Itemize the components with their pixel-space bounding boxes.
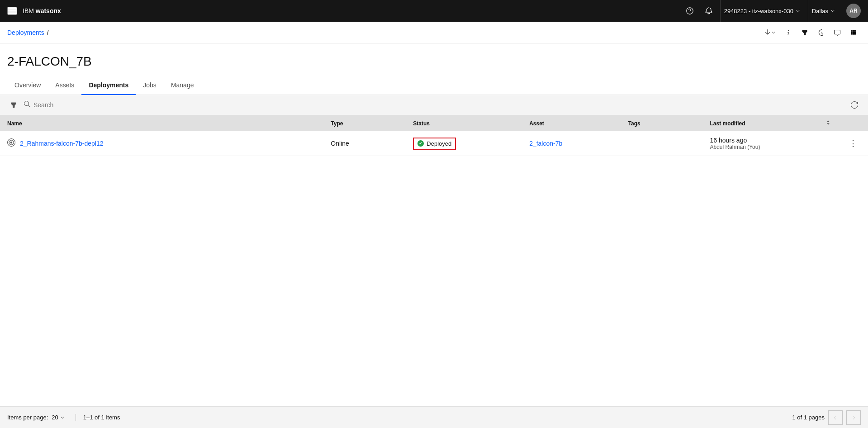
filter-toolbar-button[interactable]: [7, 99, 20, 111]
search-wrap: [24, 100, 844, 109]
col-header-name[interactable]: Name: [0, 115, 323, 131]
col-header-actions: [838, 115, 868, 131]
col-header-asset[interactable]: Asset: [522, 115, 621, 131]
table-header-row: Name Type Status Asset Tags Last modifie…: [0, 115, 868, 131]
pages-label: 1 of 1 pages: [792, 414, 825, 421]
sort-icon: [825, 120, 831, 127]
col-header-sort[interactable]: [818, 115, 838, 131]
deployment-name[interactable]: 2_Rahmans-falcon-7b-depl12: [20, 140, 103, 147]
items-count: 1–1 of 1 items: [76, 414, 120, 421]
next-page-button[interactable]: [846, 410, 861, 425]
tab-overview[interactable]: Overview: [7, 76, 48, 95]
avatar[interactable]: AR: [846, 4, 861, 18]
tab-deployments[interactable]: Deployments: [81, 76, 136, 95]
brand-logo: IBM watsonx: [23, 7, 61, 14]
per-page-select[interactable]: 20: [52, 414, 64, 421]
account-selector[interactable]: 2948223 - itz-watsonx-030: [720, 0, 804, 22]
row-overflow-menu[interactable]: ⋮: [845, 137, 861, 150]
table-footer: Items per page: 20 1–1 of 1 items 1 of 1…: [0, 406, 868, 428]
export-button[interactable]: [760, 25, 779, 40]
last-mod-time: 16 hours ago: [710, 137, 811, 144]
top-nav: IBM watsonx 2948223 - itz-watsonx-030 Da…: [0, 0, 868, 22]
breadcrumb-actions: [760, 25, 861, 40]
items-per-page-label: Items per page:: [7, 414, 48, 421]
breadcrumb-separator: /: [47, 29, 49, 36]
deployment-type: Online: [331, 140, 349, 147]
notifications-button[interactable]: [701, 3, 716, 19]
prev-page-button[interactable]: [828, 410, 843, 425]
help-button[interactable]: [682, 3, 697, 19]
toolbar: [0, 95, 868, 115]
breadcrumb: Deployments /: [7, 29, 49, 36]
per-page-value: 20: [52, 414, 58, 421]
hamburger-menu[interactable]: [7, 7, 17, 15]
grid-button[interactable]: [846, 25, 861, 40]
col-header-tags[interactable]: Tags: [621, 115, 703, 131]
last-modified-cell: 16 hours ago Abdul Rahman (You): [710, 137, 811, 150]
region-selector[interactable]: Dallas: [808, 0, 839, 22]
status-dot-icon: [417, 140, 424, 147]
tab-jobs[interactable]: Jobs: [136, 76, 164, 95]
status-badge: Deployed: [413, 138, 456, 150]
breadcrumb-bar: Deployments /: [0, 22, 868, 43]
footer-right: 1 of 1 pages: [792, 410, 861, 425]
breadcrumb-deployments-link[interactable]: Deployments: [7, 29, 44, 36]
tabs-bar: Overview Assets Deployments Jobs Manage: [0, 76, 868, 95]
table-row: 2_Rahmans-falcon-7b-depl12 Online Deploy…: [0, 131, 868, 156]
asset-name[interactable]: 2_falcon-7b: [529, 140, 562, 147]
info-button[interactable]: [781, 25, 796, 40]
col-header-lastmod[interactable]: Last modified: [703, 115, 819, 131]
svg-point-0: [10, 142, 13, 144]
footer-left: Items per page: 20 1–1 of 1 items: [7, 414, 120, 421]
search-icon: [24, 100, 31, 109]
page-title: 2-FALCON_7B: [7, 54, 861, 69]
page-header: 2-FALCON_7B: [0, 43, 868, 76]
status-label: Deployed: [427, 140, 451, 147]
col-header-type[interactable]: Type: [323, 115, 406, 131]
refresh-button[interactable]: [848, 99, 861, 111]
chat-button[interactable]: [830, 25, 844, 40]
search-input[interactable]: [33, 101, 844, 109]
tab-manage[interactable]: Manage: [164, 76, 201, 95]
history-button[interactable]: [814, 25, 828, 40]
deployment-type-icon: [7, 138, 15, 148]
name-cell: 2_Rahmans-falcon-7b-depl12: [7, 138, 316, 148]
tab-assets[interactable]: Assets: [48, 76, 81, 95]
col-header-status[interactable]: Status: [406, 115, 522, 131]
filter-button[interactable]: [797, 25, 812, 40]
deployments-table: Name Type Status Asset Tags Last modifie…: [0, 115, 868, 156]
last-mod-user: Abdul Rahman (You): [710, 144, 811, 150]
